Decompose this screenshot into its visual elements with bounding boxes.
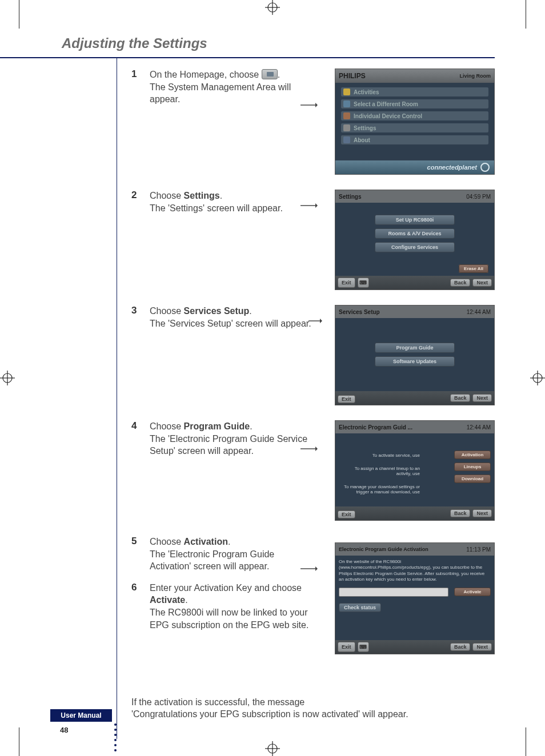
menu-device-control[interactable]: Individual Device Control — [341, 111, 488, 120]
pill-setup-rc9800i[interactable]: Set Up RC9800i — [375, 215, 455, 225]
device-icon — [343, 112, 350, 119]
next-button[interactable]: Next — [472, 509, 492, 517]
step-text-part: The 'Electronic Program Guide Service Se… — [150, 434, 307, 456]
step-1: 1 On the Homepage, choose . The System M… — [131, 69, 495, 175]
info-icon — [343, 136, 350, 143]
pill-program-guide[interactable]: Program Guide — [375, 343, 455, 353]
crop-mark — [526, 727, 539, 756]
menu-label: Select a Different Room — [354, 101, 418, 107]
steps-column: 1 On the Homepage, choose . The System M… — [131, 69, 495, 654]
exit-button[interactable]: Exit — [338, 642, 355, 652]
step-4: 4 Choose Program Guide. The 'Electronic … — [131, 420, 495, 521]
step-text-part: Enter your Activation Key and choose Act… — [150, 583, 302, 605]
section-title: Adjusting the Settings — [62, 35, 207, 51]
step-text-part: Choose Services Setup. — [150, 306, 252, 316]
step-text: Choose Settings. The 'Settings' screen w… — [150, 190, 318, 290]
keyboard-icon-button[interactable]: ⌨ — [358, 278, 369, 288]
back-button[interactable]: Back — [450, 509, 471, 517]
erase-all-button[interactable]: Erase All — [459, 264, 488, 273]
activate-button[interactable]: Activate — [454, 588, 491, 596]
screenshot-epg-activation: Electronic Program Guide Activation 11:1… — [335, 542, 495, 654]
step-number: 5 — [131, 536, 142, 573]
arrow-icon — [300, 565, 314, 572]
lineups-button[interactable]: Lineups — [454, 463, 491, 471]
menu-label: About — [354, 137, 370, 143]
screenshot-settings: Settings 04:59 PM Set Up RC9800i Rooms &… — [335, 190, 495, 290]
step-text: Choose Activation. The 'Electronic Progr… — [150, 536, 318, 573]
next-button[interactable]: Next — [472, 279, 492, 287]
step-3: 3 Choose Services Setup. The 'Services S… — [131, 305, 495, 405]
step-number: 2 — [131, 190, 142, 290]
step-text-part: The 'Electronic Program Guide Activation… — [150, 549, 274, 572]
step-number: 6 — [131, 582, 142, 631]
pill-configure-services[interactable]: Configure Services — [375, 242, 455, 252]
step-number: 3 — [131, 305, 142, 405]
menu-activities[interactable]: Activities — [341, 87, 488, 96]
registration-mark — [265, 0, 280, 15]
screen-title: Settings — [339, 194, 361, 200]
home-icon-button — [262, 69, 278, 79]
step-text-part: On the Homepage, choose — [150, 70, 262, 79]
next-button[interactable]: Next — [472, 394, 492, 402]
label-lineups: To assign a channel lineup to an activit… — [340, 466, 420, 476]
page-number: 48 — [60, 726, 68, 734]
screen-time: 12:44 AM — [467, 309, 491, 315]
arrow-icon — [300, 202, 314, 209]
menu-select-room[interactable]: Select a Different Room — [341, 99, 488, 108]
svg-marker-13 — [315, 103, 318, 107]
step-text: On the Homepage, choose . The System Man… — [150, 69, 318, 175]
arrow-icon — [300, 445, 314, 452]
exit-button[interactable]: Exit — [338, 395, 355, 403]
step-number: 1 — [131, 69, 142, 175]
screenshot-homepage: PHILIPS Living Room Activities Select a … — [335, 69, 495, 175]
pill-rooms-av[interactable]: Rooms & A/V Devices — [375, 228, 455, 239]
menu-label: Settings — [354, 125, 376, 131]
room-icon — [343, 100, 350, 107]
registration-mark — [0, 371, 15, 385]
activation-button[interactable]: Activation — [454, 451, 491, 459]
screen-title: Electronic Program Guid ... — [339, 424, 412, 431]
crop-mark — [526, 0, 539, 29]
exit-button[interactable]: Exit — [338, 510, 355, 518]
download-button[interactable]: Download — [454, 474, 491, 483]
step-5-6-row: 5 Choose Activation. The 'Electronic Pro… — [131, 536, 495, 654]
dotted-trail — [114, 723, 117, 751]
crop-mark — [6, 0, 19, 29]
user-manual-label: User Manual — [50, 709, 112, 722]
back-button[interactable]: Back — [450, 394, 471, 402]
menu-about[interactable]: About — [341, 135, 488, 144]
philips-logo: PHILIPS — [339, 72, 366, 80]
star-icon — [343, 89, 350, 95]
screenshot-services-setup: Services Setup 12:44 AM Program Guide So… — [335, 305, 495, 405]
menu-settings[interactable]: Settings — [341, 123, 488, 132]
step-text-part: The System Management Area will appear. — [150, 82, 291, 104]
screenshot-epg-setup: Electronic Program Guid ... 12:44 AM To … — [335, 420, 495, 521]
back-button[interactable]: Back — [450, 279, 471, 287]
keyboard-icon-button[interactable]: ⌨ — [358, 642, 369, 652]
back-button[interactable]: Back — [450, 643, 471, 651]
next-button[interactable]: Next — [472, 643, 492, 651]
svg-marker-19 — [315, 447, 318, 451]
screen-title: Services Setup — [339, 309, 380, 315]
step-6: 6 Enter your Activation Key and choose A… — [131, 582, 318, 631]
exit-button[interactable]: Exit — [338, 278, 355, 288]
step-text: Choose Program Guide. The 'Electronic Pr… — [150, 420, 318, 521]
svg-marker-17 — [320, 319, 322, 323]
gutter-rule — [117, 57, 117, 739]
step-text-part: Choose Settings. — [150, 191, 222, 200]
arrow-icon — [300, 102, 314, 108]
step-text-part: The 'Services Setup' screen will appear. — [150, 319, 311, 328]
menu-label: Activities — [354, 89, 379, 95]
check-status-button[interactable]: Check status — [339, 603, 381, 612]
pill-software-updates[interactable]: Software Updates — [375, 356, 455, 367]
svg-marker-21 — [315, 566, 318, 571]
screen-time: 11:13 PM — [466, 546, 491, 553]
activation-key-input[interactable] — [339, 588, 448, 597]
step-5: 5 Choose Activation. The 'Electronic Pro… — [131, 536, 318, 573]
closing-text: If the activation is successful, the mes… — [131, 696, 495, 721]
svg-marker-15 — [315, 203, 318, 208]
step-text-part: The RC9800i will now be linked to your E… — [150, 608, 308, 630]
room-label: Living Room — [460, 73, 491, 79]
step-text-part: . — [278, 70, 280, 79]
step-text-part: The 'Settings' screen will appear. — [150, 203, 283, 213]
